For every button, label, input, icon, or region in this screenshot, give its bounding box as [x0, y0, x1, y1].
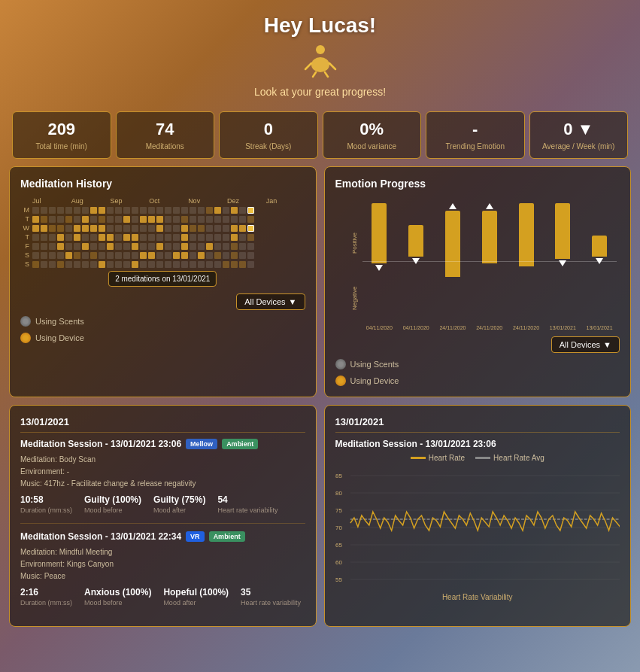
cal-cell	[206, 216, 213, 223]
session-2-mood-before-value: Anxious (100%)	[84, 587, 151, 598]
cal-cell	[99, 252, 105, 259]
hr-bottom-label: Heart Rate Variability	[335, 593, 620, 601]
cal-cell	[57, 252, 64, 259]
cal-cell	[198, 252, 205, 259]
left-session-date: 13/01/2021	[20, 416, 305, 433]
avatar	[301, 42, 340, 81]
cal-cell	[173, 216, 180, 223]
cal-cell	[214, 216, 221, 223]
session-2-duration-value: 2:16	[20, 587, 72, 598]
cal-cell	[156, 216, 163, 223]
cal-cell	[214, 243, 221, 250]
cal-day-label-3: T	[20, 233, 29, 241]
cal-cell	[223, 261, 229, 268]
cal-day-label-5: S	[20, 251, 29, 259]
scents-dot	[20, 316, 31, 327]
stat-mood-variance: 0% Mood variance	[323, 111, 422, 159]
date-2: 04/11/2020	[399, 325, 433, 330]
stat-avg-week: 0 ▼ Average / Week (min)	[529, 111, 629, 159]
right-session-date: 13/01/2021	[335, 416, 620, 433]
date-7: 13/01/2021	[582, 325, 617, 330]
cal-cell	[148, 216, 155, 223]
cal-cell	[190, 234, 196, 241]
cal-cell	[239, 225, 246, 232]
cal-cell	[41, 207, 47, 214]
cal-cell	[57, 225, 64, 232]
svg-text:85: 85	[335, 473, 342, 479]
bar-4-triangle	[486, 203, 493, 209]
cal-cell	[206, 261, 213, 268]
session-1-mood-before-label: Mood before	[84, 506, 141, 514]
stat-total-time: 209 Total time (min)	[12, 111, 111, 159]
stat-value-streak: 0	[230, 120, 307, 139]
svg-text:60: 60	[335, 559, 342, 566]
session-1-badge-ambient: Ambient	[222, 439, 258, 449]
scents-label: Using Scents	[35, 317, 84, 326]
cal-cell	[173, 207, 180, 214]
cal-cell	[123, 225, 130, 232]
session-2-hrv-label: Heart rate variability	[241, 599, 301, 607]
filter-all-devices-btn[interactable]: All Devices ▼	[236, 293, 305, 310]
cal-cell	[41, 225, 47, 232]
month-aug: Aug	[71, 197, 111, 205]
emotion-filter-label: All Devices	[560, 340, 600, 349]
cal-cell	[214, 261, 221, 268]
cal-cell	[165, 243, 171, 250]
emotion-filter-btn[interactable]: All Devices ▼	[551, 336, 620, 353]
cal-cell	[165, 216, 171, 223]
cal-cell	[223, 216, 229, 223]
cal-cell	[148, 234, 155, 241]
emotion-legend-scents: Using Scents	[335, 359, 620, 369]
hr-legend: Heart Rate Heart Rate Avg	[335, 454, 620, 462]
cal-cell	[140, 252, 147, 259]
bar-5-pos	[519, 203, 534, 266]
cal-cell	[99, 225, 105, 232]
cal-cell	[190, 261, 196, 268]
stat-value-meditations: 74	[127, 120, 204, 139]
cal-cell	[156, 207, 163, 214]
session-1-hrv-label: Heart rate variability	[217, 506, 278, 514]
cal-cell	[41, 243, 47, 250]
cal-cell	[239, 252, 246, 259]
session-1-duration-value: 10:58	[20, 494, 72, 505]
bar-1-triangle	[375, 265, 383, 271]
cal-cell	[214, 225, 221, 232]
date-3: 24/11/2020	[435, 325, 470, 330]
session-2-mood-after-stat: Hopeful (100%) Mood after	[163, 587, 229, 607]
session-2-music: Music: Peace	[20, 570, 305, 582]
cal-cell	[82, 207, 89, 214]
cal-cell	[41, 234, 47, 241]
month-oct: Oct	[149, 197, 188, 205]
cal-day-label-0: M	[20, 206, 29, 214]
cal-row-s5: S	[20, 251, 305, 259]
session-1-meditation: Meditation: Body Scan	[20, 454, 305, 466]
cal-cell	[198, 234, 205, 241]
cal-cell	[115, 261, 122, 268]
cal-cell	[239, 216, 246, 223]
bar-7-pos	[592, 236, 607, 257]
cal-cell	[140, 207, 147, 214]
cal-cell	[231, 207, 238, 214]
session-1-mood-before-stat: Guilty (100%) Mood before	[84, 494, 141, 514]
cal-cell	[65, 234, 72, 241]
hr-legend-avg: Heart Rate Avg	[475, 454, 544, 462]
meditation-history-panel: Meditation History Jul Aug Sep Oct Nov D…	[9, 166, 317, 397]
cal-cell	[32, 252, 39, 259]
cal-cell	[181, 243, 188, 250]
cal-cell	[231, 252, 238, 259]
cal-cell	[165, 207, 171, 214]
cal-cell	[223, 234, 229, 241]
cal-cell	[156, 261, 163, 268]
bar-3-triangle	[449, 203, 456, 209]
cal-cell	[99, 207, 105, 214]
cal-cell	[49, 234, 56, 241]
cal-row-m0: M	[20, 206, 305, 214]
cal-cell	[32, 243, 39, 250]
cal-cell	[181, 207, 188, 214]
emotion-scents-label: Using Scents	[350, 360, 399, 369]
emotion-legend-device: Using Device	[335, 376, 620, 386]
cal-cell	[123, 216, 130, 223]
hr-avg-indicator	[475, 457, 490, 459]
cal-cell	[90, 216, 97, 223]
session-2-hrv-stat: 35 Heart rate variability	[241, 587, 301, 607]
